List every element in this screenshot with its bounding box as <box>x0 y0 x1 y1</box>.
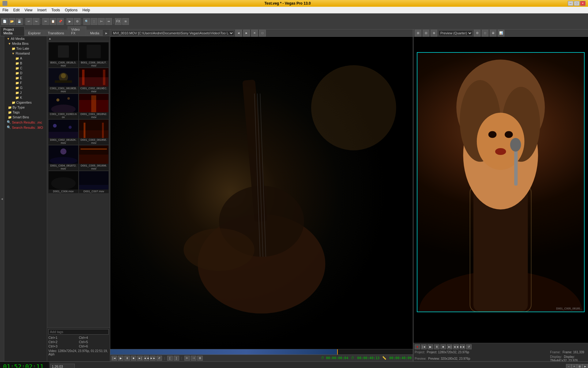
timeline-fit[interactable]: ⊞ <box>577 364 582 368</box>
prog-pause[interactable]: ⏸ <box>434 344 439 349</box>
tab-scroll-right[interactable]: ► <box>103 30 110 36</box>
menu-tools[interactable]: Tools <box>49 7 62 13</box>
tree-roseland[interactable]: ▼ Roseland <box>4 51 47 56</box>
tab-video-fx[interactable]: Video FX <box>68 26 86 36</box>
tree-media-bins[interactable]: ▼ Media Bins <box>4 41 47 46</box>
paste-button[interactable]: 📌 <box>57 18 64 25</box>
menu-file[interactable]: File <box>0 7 11 13</box>
media-thumbnails[interactable]: ▲ B001_C005_0818L5.mov <box>47 36 110 328</box>
split-button[interactable]: ⋮ <box>91 18 97 25</box>
minimize-button[interactable]: ─ <box>568 1 573 6</box>
thumb-d001-c005[interactable]: D001_C005_081898.mov <box>79 145 109 171</box>
prog-play[interactable]: ▶ <box>428 344 433 349</box>
panel-splitter[interactable]: ◄ <box>0 36 4 361</box>
menu-insert[interactable]: Insert <box>35 7 49 13</box>
tree-smart-bins[interactable]: 📁 Smart Bins <box>4 115 47 120</box>
menu-view[interactable]: View <box>22 7 35 13</box>
tree-folder-e[interactable]: 📁 E <box>4 75 47 80</box>
prog-scopes[interactable]: 📊 <box>498 30 504 36</box>
redo-button[interactable]: ↪ <box>33 18 40 25</box>
tree-folder-f[interactable]: 📁 F <box>4 80 47 85</box>
open-button[interactable]: 📂 <box>9 18 15 25</box>
tree-folder-c[interactable]: 📁 C <box>4 66 47 71</box>
timeline-zoom-out[interactable]: − <box>566 364 571 368</box>
prog-next-frame[interactable]: ►► <box>460 344 465 349</box>
transport-goto-end[interactable]: ►| <box>137 356 143 361</box>
thumb-b001-c006[interactable]: B001_C006_0818J7.mov <box>79 42 109 67</box>
menu-help[interactable]: Help <box>80 7 92 13</box>
trim-button[interactable]: ⊢ <box>98 18 105 25</box>
render-button[interactable]: ▶ <box>66 18 73 25</box>
source-expand-button[interactable]: □ <box>259 30 266 36</box>
copy-button[interactable]: 📋 <box>50 18 56 25</box>
main-timecode[interactable]: 01:52:02:11 <box>0 362 49 368</box>
slip-button[interactable]: ⇔ <box>105 18 112 25</box>
insert-cut[interactable]: ⊢ <box>184 356 190 361</box>
undo-button[interactable]: ↩ <box>25 18 32 25</box>
menu-options[interactable]: Options <box>62 7 80 13</box>
transport-pause[interactable]: ⏸ <box>124 356 130 361</box>
prog-settings[interactable]: ⚙ <box>474 30 481 36</box>
transport-play[interactable]: ▶ <box>118 356 123 361</box>
source-close-button[interactable]: ✕ <box>251 30 258 36</box>
preview-quality-selector[interactable]: Preview (Quarter) Preview (Half) Preview… <box>439 30 473 36</box>
tree-search-2[interactable]: 🔍 Search Results: .MO <box>4 125 47 130</box>
thumb-d001-c002[interactable]: D001_C002_08182K.mov <box>48 120 78 145</box>
thumb-c001-c003[interactable]: C001_C003_01993.mov <box>48 94 78 119</box>
prog-goto-end[interactable]: ►| <box>447 344 452 349</box>
tab-transitions[interactable]: Transitions <box>44 30 67 36</box>
source-file-selector[interactable]: MVI_0010.MOV [C:\Users\Andre\Documents\S… <box>111 31 234 36</box>
source-prev-button[interactable]: ◄ <box>235 30 242 36</box>
mark-in[interactable]: [ <box>167 356 173 361</box>
prog-icon-2[interactable]: ⊟ <box>423 30 429 36</box>
prog-expand[interactable]: □ <box>482 30 488 36</box>
overwrite[interactable]: ⊣ <box>191 356 196 361</box>
tree-folder-d[interactable]: 📁 D <box>4 71 47 75</box>
thumb-d001-c003[interactable]: D001_C003_08185E.mov <box>79 120 109 145</box>
prog-record[interactable]: ● <box>415 344 420 349</box>
tree-folder-a[interactable]: 📁 A <box>4 56 47 61</box>
tab-media[interactable]: Media <box>87 30 103 36</box>
transport-next-frame[interactable]: ►► <box>150 356 156 361</box>
transport-goto-start[interactable]: |◄ <box>111 356 117 361</box>
tree-search-1[interactable]: 🔍 Search Results: .mc <box>4 120 47 125</box>
timeline-position-input[interactable] <box>50 364 75 368</box>
thumb-c001-c001[interactable]: C001_C001_0819EB.mov <box>48 68 78 93</box>
prog-loop[interactable]: ↺ <box>466 344 472 349</box>
transport-stop[interactable]: ■ <box>131 356 136 361</box>
tab-explorer[interactable]: Explorer <box>25 30 44 36</box>
zoom-in-button[interactable]: 🔍 <box>83 18 90 25</box>
transport-loop[interactable]: ↺ <box>156 356 162 361</box>
tree-all-media[interactable]: ▼ All Media <box>4 36 47 41</box>
timeline-zoom-in[interactable]: + <box>571 364 577 368</box>
prog-icon-1[interactable]: ⊞ <box>415 30 421 36</box>
tree-tags[interactable]: 📁 Tags <box>4 110 47 115</box>
thumb-b001-c005[interactable]: B001_C005_0818L5.mov <box>48 42 78 67</box>
tab-project-media[interactable]: Project Media <box>0 26 24 36</box>
tags-input[interactable] <box>48 329 109 335</box>
media-tree[interactable]: ▼ All Media ▼ Media Bins 📁 Too Late ▼ Ro… <box>4 36 47 361</box>
prog-prev-frame[interactable]: ◄◄ <box>453 344 459 349</box>
prog-ext-mon[interactable]: 🖥 <box>490 30 496 36</box>
tree-too-late[interactable]: 📁 Too Late <box>4 46 47 51</box>
cut-button[interactable]: ✂ <box>42 18 49 25</box>
new-button[interactable]: 📄 <box>1 18 8 25</box>
properties-button[interactable]: ⚙ <box>74 18 81 25</box>
tree-by-type[interactable]: 📁 By Type <box>4 105 47 110</box>
mix-button[interactable]: ≋ <box>122 18 129 25</box>
prog-goto-start[interactable]: |◄ <box>421 344 427 349</box>
prog-stop[interactable]: ■ <box>440 344 446 349</box>
close-button[interactable]: ✕ <box>580 1 586 6</box>
save-button[interactable]: 💾 <box>16 18 23 25</box>
mark-out[interactable]: ] <box>174 356 179 361</box>
thumb-d001-c006[interactable]: D001_C006.mov <box>48 171 78 193</box>
tree-folder-b[interactable]: 📁 B <box>4 61 47 66</box>
view-toggle[interactable]: ▲ <box>48 37 51 40</box>
source-preview-timeline[interactable] <box>110 349 413 355</box>
timeline-scroll-right[interactable]: ► <box>582 364 588 368</box>
menu-edit[interactable]: Edit <box>11 7 22 13</box>
maximize-button[interactable]: □ <box>574 1 579 6</box>
tree-folder-k[interactable]: 📁 K <box>4 95 47 100</box>
fx-button[interactable]: FX <box>115 18 122 25</box>
thumb-d001-c004[interactable]: D001_C004_081872.mov <box>48 145 78 171</box>
